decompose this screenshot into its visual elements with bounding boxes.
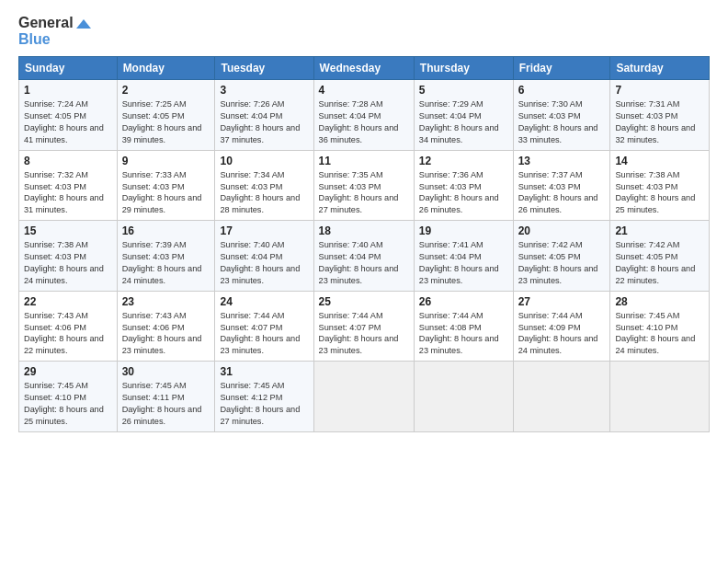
day-info: Sunrise: 7:44 AM Sunset: 4:09 PM Dayligh… [518,310,606,358]
calendar-cell: 23Sunrise: 7:43 AM Sunset: 4:06 PM Dayli… [117,291,215,362]
day-number: 30 [122,365,210,378]
calendar-cell: 4Sunrise: 7:28 AM Sunset: 4:04 PM Daylig… [313,80,414,151]
day-number: 12 [419,155,508,167]
day-number: 10 [220,155,308,167]
day-info: Sunrise: 7:45 AM Sunset: 4:10 PM Dayligh… [24,380,112,428]
calendar-cell: 3Sunrise: 7:26 AM Sunset: 4:04 PM Daylig… [215,80,313,151]
day-info: Sunrise: 7:33 AM Sunset: 4:03 PM Dayligh… [122,169,210,217]
day-info: Sunrise: 7:35 AM Sunset: 4:03 PM Dayligh… [319,169,409,217]
day-number: 7 [615,84,704,97]
day-number: 1 [24,84,112,97]
calendar-cell: 6Sunrise: 7:30 AM Sunset: 4:03 PM Daylig… [513,80,610,151]
day-info: Sunrise: 7:36 AM Sunset: 4:03 PM Dayligh… [419,169,508,217]
calendar-week-row: 15Sunrise: 7:38 AM Sunset: 4:03 PM Dayli… [19,221,710,292]
calendar-cell: 19Sunrise: 7:41 AM Sunset: 4:04 PM Dayli… [414,221,513,292]
day-info: Sunrise: 7:31 AM Sunset: 4:03 PM Dayligh… [615,98,704,146]
day-info: Sunrise: 7:40 AM Sunset: 4:04 PM Dayligh… [220,239,308,287]
calendar-cell: 17Sunrise: 7:40 AM Sunset: 4:04 PM Dayli… [215,221,313,292]
calendar-cell: 18Sunrise: 7:40 AM Sunset: 4:04 PM Dayli… [313,221,414,292]
calendar-cell: 22Sunrise: 7:43 AM Sunset: 4:06 PM Dayli… [19,291,118,362]
day-number: 26 [419,295,508,308]
day-info: Sunrise: 7:37 AM Sunset: 4:03 PM Dayligh… [518,169,606,217]
day-info: Sunrise: 7:45 AM Sunset: 4:12 PM Dayligh… [220,380,308,428]
calendar-cell [513,362,610,432]
day-info: Sunrise: 7:45 AM Sunset: 4:11 PM Dayligh… [122,380,210,428]
calendar-cell: 27Sunrise: 7:44 AM Sunset: 4:09 PM Dayli… [513,291,610,362]
day-number: 15 [24,224,112,237]
calendar-cell: 12Sunrise: 7:36 AM Sunset: 4:03 PM Dayli… [414,150,513,221]
day-number: 27 [518,295,606,308]
day-number: 28 [615,295,704,308]
day-number: 5 [419,84,508,97]
day-info: Sunrise: 7:42 AM Sunset: 4:05 PM Dayligh… [615,239,704,287]
calendar-cell: 20Sunrise: 7:42 AM Sunset: 4:05 PM Dayli… [513,221,610,292]
logo: General Blue [18,15,91,47]
calendar-cell: 28Sunrise: 7:45 AM Sunset: 4:10 PM Dayli… [610,291,710,362]
calendar-cell: 2Sunrise: 7:25 AM Sunset: 4:05 PM Daylig… [117,80,215,151]
day-number: 23 [122,295,210,308]
calendar-cell: 9Sunrise: 7:33 AM Sunset: 4:03 PM Daylig… [117,150,215,221]
day-info: Sunrise: 7:40 AM Sunset: 4:04 PM Dayligh… [319,239,409,287]
day-info: Sunrise: 7:44 AM Sunset: 4:07 PM Dayligh… [220,310,308,358]
day-number: 6 [518,84,606,97]
calendar-cell: 21Sunrise: 7:42 AM Sunset: 4:05 PM Dayli… [610,221,710,292]
day-info: Sunrise: 7:38 AM Sunset: 4:03 PM Dayligh… [615,169,704,217]
calendar-cell: 8Sunrise: 7:32 AM Sunset: 4:03 PM Daylig… [19,150,118,221]
day-number: 3 [220,84,308,97]
day-number: 25 [319,295,409,308]
day-info: Sunrise: 7:38 AM Sunset: 4:03 PM Dayligh… [24,239,112,287]
calendar-cell [313,362,414,432]
calendar-cell: 10Sunrise: 7:34 AM Sunset: 4:03 PM Dayli… [215,150,313,221]
day-number: 13 [518,155,606,167]
day-number: 20 [518,224,606,237]
day-info: Sunrise: 7:24 AM Sunset: 4:05 PM Dayligh… [24,98,112,146]
calendar-cell: 31Sunrise: 7:45 AM Sunset: 4:12 PM Dayli… [215,362,313,432]
day-info: Sunrise: 7:41 AM Sunset: 4:04 PM Dayligh… [419,239,508,287]
day-info: Sunrise: 7:28 AM Sunset: 4:04 PM Dayligh… [319,98,409,146]
day-info: Sunrise: 7:34 AM Sunset: 4:03 PM Dayligh… [220,169,308,217]
logo-general: General [18,15,91,31]
day-of-week-header: Wednesday [313,57,414,80]
day-of-week-header: Sunday [19,57,118,80]
calendar-cell: 11Sunrise: 7:35 AM Sunset: 4:03 PM Dayli… [313,150,414,221]
day-info: Sunrise: 7:43 AM Sunset: 4:06 PM Dayligh… [122,310,210,358]
day-number: 29 [24,365,112,378]
day-number: 21 [615,224,704,237]
calendar-cell: 24Sunrise: 7:44 AM Sunset: 4:07 PM Dayli… [215,291,313,362]
day-number: 17 [220,224,308,237]
day-info: Sunrise: 7:29 AM Sunset: 4:04 PM Dayligh… [419,98,508,146]
calendar-cell: 5Sunrise: 7:29 AM Sunset: 4:04 PM Daylig… [414,80,513,151]
calendar-week-row: 8Sunrise: 7:32 AM Sunset: 4:03 PM Daylig… [19,150,710,221]
day-number: 31 [220,365,308,378]
page: General Blue SundayMondayTuesdayWednesda… [0,0,728,563]
day-number: 14 [615,155,704,167]
calendar-cell: 30Sunrise: 7:45 AM Sunset: 4:11 PM Dayli… [117,362,215,432]
logo-blue: Blue [18,31,91,48]
day-info: Sunrise: 7:44 AM Sunset: 4:08 PM Dayligh… [419,310,508,358]
calendar-week-row: 1Sunrise: 7:24 AM Sunset: 4:05 PM Daylig… [19,80,710,151]
day-info: Sunrise: 7:42 AM Sunset: 4:05 PM Dayligh… [518,239,606,287]
calendar-cell: 26Sunrise: 7:44 AM Sunset: 4:08 PM Dayli… [414,291,513,362]
calendar-cell [414,362,513,432]
day-of-week-header: Monday [117,57,215,80]
day-number: 11 [319,155,409,167]
calendar-cell: 13Sunrise: 7:37 AM Sunset: 4:03 PM Dayli… [513,150,610,221]
calendar-header-row: SundayMondayTuesdayWednesdayThursdayFrid… [19,57,710,80]
day-number: 2 [122,84,210,97]
calendar-cell: 7Sunrise: 7:31 AM Sunset: 4:03 PM Daylig… [610,80,710,151]
calendar-cell: 1Sunrise: 7:24 AM Sunset: 4:05 PM Daylig… [19,80,118,151]
day-of-week-header: Thursday [414,57,513,80]
calendar-cell: 16Sunrise: 7:39 AM Sunset: 4:03 PM Dayli… [117,221,215,292]
day-number: 9 [122,155,210,167]
day-info: Sunrise: 7:32 AM Sunset: 4:03 PM Dayligh… [24,169,112,217]
calendar-week-row: 29Sunrise: 7:45 AM Sunset: 4:10 PM Dayli… [19,362,710,432]
day-info: Sunrise: 7:30 AM Sunset: 4:03 PM Dayligh… [518,98,606,146]
calendar-week-row: 22Sunrise: 7:43 AM Sunset: 4:06 PM Dayli… [19,291,710,362]
day-number: 24 [220,295,308,308]
day-info: Sunrise: 7:39 AM Sunset: 4:03 PM Dayligh… [122,239,210,287]
day-number: 4 [319,84,409,97]
calendar-cell: 29Sunrise: 7:45 AM Sunset: 4:10 PM Dayli… [19,362,118,432]
day-info: Sunrise: 7:43 AM Sunset: 4:06 PM Dayligh… [24,310,112,358]
day-number: 19 [419,224,508,237]
calendar-cell: 15Sunrise: 7:38 AM Sunset: 4:03 PM Dayli… [19,221,118,292]
